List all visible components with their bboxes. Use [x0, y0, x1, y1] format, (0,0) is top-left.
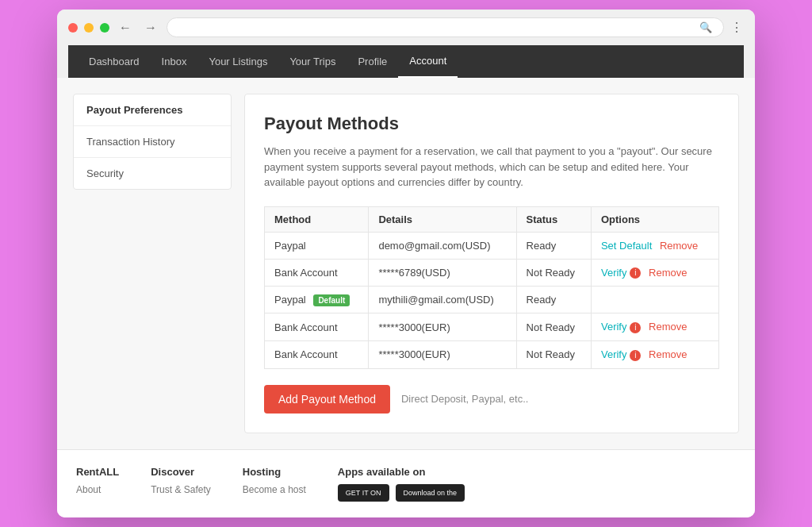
details-cell: mythili@gmail.com(USD): [369, 287, 516, 314]
footer-title-rentall: RentALL: [76, 466, 119, 478]
table-row: Bank Account *****6789(USD) Not Ready Ve…: [265, 259, 719, 287]
nav-item-your-listings[interactable]: Your Listings: [197, 46, 278, 77]
browser-chrome: ← → 🔍 ⋮ DashboardInboxYour ListingsYour …: [57, 10, 755, 78]
minimize-dot[interactable]: [84, 23, 94, 33]
options-cell: Verifyi Remove: [591, 259, 718, 287]
status-cell: Not Ready: [516, 314, 591, 341]
table-row: Bank Account *****3000(EUR) Not Ready Ve…: [265, 314, 719, 341]
address-bar[interactable]: 🔍: [167, 17, 724, 37]
footer: RentALL About Discover Trust & Safety Ho…: [57, 449, 755, 517]
google-play-badge[interactable]: GET IT ON: [338, 484, 389, 502]
details-cell: *****3000(EUR): [369, 341, 516, 369]
remove-button[interactable]: Remove: [649, 321, 687, 333]
nav-item-inbox[interactable]: Inbox: [151, 46, 198, 77]
verify-button[interactable]: Verify: [601, 321, 627, 333]
method-cell: Paypal: [265, 232, 369, 259]
nav-item-your-trips[interactable]: Your Trips: [278, 46, 347, 77]
page-content: Payout Preferences Transaction History S…: [57, 78, 755, 448]
verify-button[interactable]: Verify: [601, 348, 627, 360]
add-payout-row: Add Payout Method Direct Deposit, Paypal…: [264, 385, 719, 414]
payout-table: Method Details Status Options Paypal dem…: [264, 206, 719, 369]
sidebar: Payout Preferences Transaction History S…: [73, 94, 232, 433]
app-store-badge[interactable]: Download on the: [396, 484, 465, 502]
method-cell: Bank Account: [265, 259, 369, 287]
status-cell: Ready: [516, 287, 591, 314]
col-details: Details: [369, 206, 516, 232]
status-cell: Ready: [516, 232, 591, 259]
nav-item-profile[interactable]: Profile: [347, 46, 398, 77]
add-payout-hint: Direct Deposit, Paypal, etc..: [401, 393, 528, 405]
details-cell: *****3000(EUR): [369, 314, 516, 341]
page-title: Payout Methods: [264, 113, 719, 134]
footer-col-rentall: RentALL About: [76, 466, 119, 502]
info-icon: i: [630, 322, 641, 333]
footer-link-trust[interactable]: Trust & Safety: [151, 484, 211, 495]
status-cell: Not Ready: [516, 341, 591, 369]
footer-col-discover: Discover Trust & Safety: [151, 466, 211, 502]
add-payout-button[interactable]: Add Payout Method: [264, 385, 390, 414]
options-cell: Set Default Remove: [591, 232, 718, 259]
remove-button[interactable]: Remove: [649, 348, 687, 360]
remove-button[interactable]: Remove: [660, 240, 698, 252]
back-button[interactable]: ←: [116, 19, 135, 37]
panel-description: When you receive a payment for a reserva…: [264, 144, 719, 190]
details-cell: *****6789(USD): [369, 259, 516, 287]
table-row: Paypal demo@gmail.com(USD) Ready Set Def…: [265, 232, 719, 259]
main-panel: Payout Methods When you receive a paymen…: [244, 94, 739, 433]
col-status: Status: [516, 206, 591, 232]
set-default-button[interactable]: Set Default: [601, 240, 652, 252]
footer-title-hosting: Hosting: [243, 466, 306, 478]
table-body: Paypal demo@gmail.com(USD) Ready Set Def…: [265, 232, 719, 368]
verify-button[interactable]: Verify: [601, 267, 627, 279]
footer-link-about[interactable]: About: [76, 484, 119, 495]
table-row: Paypal Default mythili@gmail.com(USD) Re…: [265, 287, 719, 314]
table-row: Bank Account *****3000(EUR) Not Ready Ve…: [265, 341, 719, 369]
info-icon: i: [630, 267, 641, 279]
sidebar-item-payout-preferences[interactable]: Payout Preferences: [74, 94, 231, 126]
search-icon: 🔍: [699, 21, 712, 33]
footer-title-apps: Apps available on: [338, 466, 465, 478]
col-options: Options: [591, 206, 718, 232]
forward-button[interactable]: →: [141, 19, 160, 37]
close-dot[interactable]: [68, 23, 78, 33]
options-cell: Verifyi Remove: [591, 314, 718, 341]
browser-controls: ← → 🔍 ⋮: [68, 17, 744, 45]
maximize-dot[interactable]: [100, 23, 109, 33]
col-method: Method: [265, 206, 369, 232]
nav-item-dashboard[interactable]: Dashboard: [78, 46, 151, 77]
footer-col-apps: Apps available on GET IT ON Download on …: [338, 466, 465, 502]
method-cell: Bank Account: [265, 341, 369, 369]
sidebar-menu: Payout Preferences Transaction History S…: [73, 94, 232, 190]
details-cell: demo@gmail.com(USD): [369, 232, 516, 259]
method-cell: Paypal Default: [265, 287, 369, 314]
browser-window: ← → 🔍 ⋮ DashboardInboxYour ListingsYour …: [57, 10, 755, 517]
app-badges: GET IT ON Download on the: [338, 484, 465, 502]
sidebar-item-security[interactable]: Security: [74, 158, 231, 189]
footer-title-discover: Discover: [151, 466, 211, 478]
table-header: Method Details Status Options: [265, 206, 719, 232]
options-cell: [591, 287, 718, 314]
sidebar-item-transaction-history[interactable]: Transaction History: [74, 126, 231, 158]
footer-col-hosting: Hosting Become a host: [243, 466, 306, 502]
more-menu[interactable]: ⋮: [730, 20, 744, 35]
main-nav: DashboardInboxYour ListingsYour TripsPro…: [68, 45, 744, 78]
status-cell: Not Ready: [516, 259, 591, 287]
options-cell: Verifyi Remove: [591, 341, 718, 369]
default-badge: Default: [313, 294, 350, 306]
info-icon: i: [630, 350, 641, 361]
nav-item-account[interactable]: Account: [398, 45, 458, 78]
method-cell: Bank Account: [265, 314, 369, 341]
remove-button[interactable]: Remove: [649, 267, 687, 279]
footer-link-become-host[interactable]: Become a host: [243, 484, 306, 495]
